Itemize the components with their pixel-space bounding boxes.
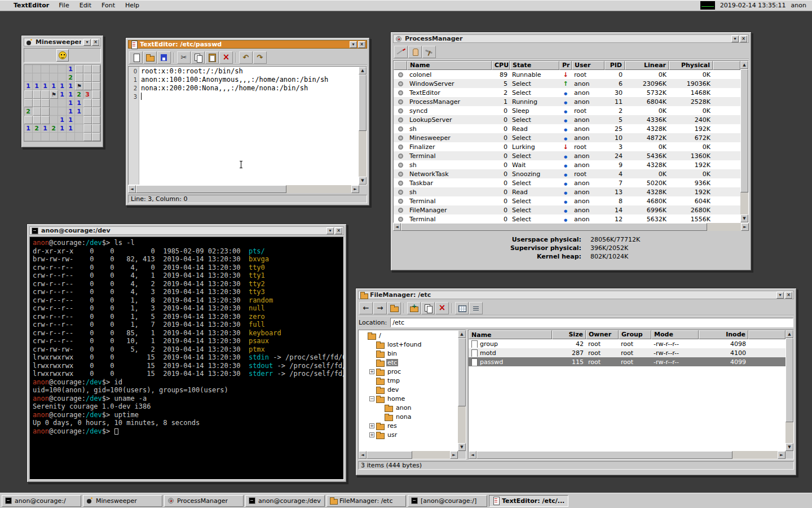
minesweeper-cell[interactable] <box>83 107 92 116</box>
minesweeper-cell[interactable] <box>33 65 41 73</box>
scrollbar-track[interactable] <box>401 223 741 231</box>
minesweeper-cell[interactable]: 1 <box>33 82 41 90</box>
editor-line[interactable] <box>141 93 359 101</box>
minimize-button[interactable]: ▾ <box>731 36 739 42</box>
copy-button[interactable] <box>191 51 205 64</box>
minimize-button[interactable]: ▾ <box>83 39 91 46</box>
scrollbar-track[interactable] <box>136 185 351 193</box>
minesweeper-cell[interactable]: 1 <box>50 82 58 90</box>
scrollbar-track[interactable] <box>785 338 793 443</box>
minesweeper-cell[interactable] <box>33 107 41 116</box>
vertical-scrollbar[interactable]: ▲▼ <box>785 330 793 451</box>
scroll-down-button[interactable]: ▼ <box>785 443 793 451</box>
menu-font[interactable]: Font <box>96 2 120 9</box>
continue-button[interactable] <box>422 46 436 58</box>
column-header-size[interactable]: Size <box>552 330 586 339</box>
minimize-button[interactable]: ▾ <box>350 41 357 48</box>
minesweeper-cell[interactable]: 1 <box>75 99 83 107</box>
menu-help[interactable]: Help <box>120 2 144 9</box>
taskbar-button[interactable]: TextEditor: /etc/... <box>489 495 568 507</box>
mkdir-button[interactable] <box>407 302 421 314</box>
menu-app-name[interactable]: TextEditor <box>6 2 54 9</box>
minesweeper-cell[interactable] <box>33 90 41 99</box>
minesweeper-cell[interactable] <box>83 133 92 141</box>
minesweeper-cell[interactable] <box>58 133 67 141</box>
process-row[interactable]: NetworkTask0Snoozing●root40K0K <box>394 169 740 178</box>
minesweeper-cell[interactable]: 1 <box>67 116 75 124</box>
process-row[interactable]: syncd0Sleep●root20K0K <box>394 106 740 115</box>
minesweeper-cell[interactable] <box>92 133 100 141</box>
close-button[interactable]: × <box>335 227 342 234</box>
minesweeper-cell[interactable]: ⚑ <box>75 82 83 90</box>
column-header-physical[interactable]: Physical <box>669 61 713 70</box>
taskbar-button[interactable]: anon@courage:/dev <box>245 495 325 507</box>
minesweeper-cell[interactable] <box>83 99 92 107</box>
minesweeper-cell[interactable]: 1 <box>67 124 75 133</box>
minesweeper-cell[interactable]: 1 <box>24 124 33 133</box>
editor-line[interactable]: root:x:0:0:root:/:/bin/sh <box>141 67 359 76</box>
minesweeper-cell[interactable]: 2 <box>75 90 83 99</box>
location-input[interactable] <box>390 318 793 327</box>
scrollbar-thumb[interactable] <box>136 185 286 193</box>
minesweeper-cell[interactable] <box>24 116 33 124</box>
minesweeper-cell[interactable] <box>58 73 67 82</box>
tree-item-usr[interactable]: +usr <box>359 430 458 439</box>
scrollbar-track[interactable] <box>476 451 778 459</box>
minimize-button[interactable]: ▾ <box>326 227 334 234</box>
minesweeper-cell[interactable]: 1 <box>75 107 83 116</box>
scroll-down-button[interactable]: ▼ <box>458 443 466 451</box>
minesweeper-cell[interactable] <box>50 65 58 73</box>
titlebar[interactable]: anon@courage:/dev ▾× <box>29 226 344 235</box>
minesweeper-cell[interactable] <box>50 107 58 116</box>
scroll-right-button[interactable]: ► <box>351 185 359 193</box>
scroll-up-button[interactable]: ▲ <box>785 330 793 338</box>
column-header-pr[interactable]: Pr <box>559 61 572 70</box>
tree-item-home[interactable]: −home <box>359 394 458 403</box>
minesweeper-cell[interactable] <box>41 90 50 99</box>
close-button[interactable]: × <box>358 41 365 48</box>
minesweeper-cell[interactable] <box>92 107 100 116</box>
horizontal-scrollbar[interactable]: ◄► <box>359 451 458 459</box>
view-table-button[interactable] <box>455 302 469 314</box>
process-row[interactable]: LookupServer0Select●anon54336K240K <box>394 115 740 124</box>
minesweeper-cell[interactable]: ⚑ <box>50 90 58 99</box>
process-row[interactable]: Terminal0Select●anon125632K1556K <box>394 214 740 222</box>
process-row[interactable]: FileManager0Select●anon146996K2680K <box>394 205 740 214</box>
tree-item-proc[interactable]: +proc <box>359 367 458 376</box>
editor-line[interactable]: nona:x:200:200:Nona,,,:/home/nona:/bin/s… <box>141 84 359 93</box>
vertical-scrollbar[interactable]: ▲▼ <box>458 330 466 451</box>
process-row[interactable]: sh0Wait●anon94328K192K <box>394 160 740 169</box>
paste-button[interactable] <box>205 51 219 64</box>
minesweeper-cell[interactable]: 1 <box>67 82 75 90</box>
minesweeper-cell[interactable] <box>75 116 83 124</box>
tree-item-dev[interactable]: dev <box>359 385 458 394</box>
minesweeper-cell[interactable] <box>67 133 75 141</box>
taskbar-button[interactable]: anon@courage:/ <box>2 495 81 507</box>
minesweeper-cell[interactable] <box>75 73 83 82</box>
minesweeper-cell[interactable]: 1 <box>67 65 75 73</box>
clock-applet[interactable]: 2019-02-14 13:35:11 <box>720 2 786 9</box>
tree-item-anon[interactable]: anon <box>359 403 458 412</box>
minesweeper-cell[interactable] <box>75 65 83 73</box>
parent-button[interactable] <box>387 302 401 314</box>
minesweeper-cell[interactable] <box>58 107 67 116</box>
minesweeper-cell[interactable]: 3 <box>83 90 92 99</box>
undo-button[interactable] <box>239 51 253 64</box>
taskbar-button[interactable]: Minesweeper <box>83 495 162 507</box>
process-row[interactable]: Minesweeper0Select●anon104872K672K <box>394 133 740 142</box>
column-header-cpu[interactable]: CPU <box>492 61 510 70</box>
scroll-right-button[interactable]: ► <box>450 451 458 459</box>
kill-button[interactable] <box>394 46 408 58</box>
cpu-graph-applet[interactable] <box>700 1 715 10</box>
menu-edit[interactable]: Edit <box>74 2 96 9</box>
minesweeper-cell[interactable] <box>33 133 41 141</box>
close-button[interactable]: × <box>92 39 99 46</box>
expander-icon[interactable]: + <box>369 423 374 428</box>
minesweeper-cell[interactable]: 1 <box>58 116 67 124</box>
process-row[interactable]: sh0Read●anon134328K192K <box>394 187 740 196</box>
minesweeper-cell[interactable] <box>83 124 92 133</box>
close-button[interactable]: × <box>785 292 792 299</box>
scroll-down-button[interactable]: ▼ <box>359 177 367 185</box>
minesweeper-cell[interactable] <box>24 65 33 73</box>
scrollbar-thumb[interactable] <box>359 75 367 131</box>
